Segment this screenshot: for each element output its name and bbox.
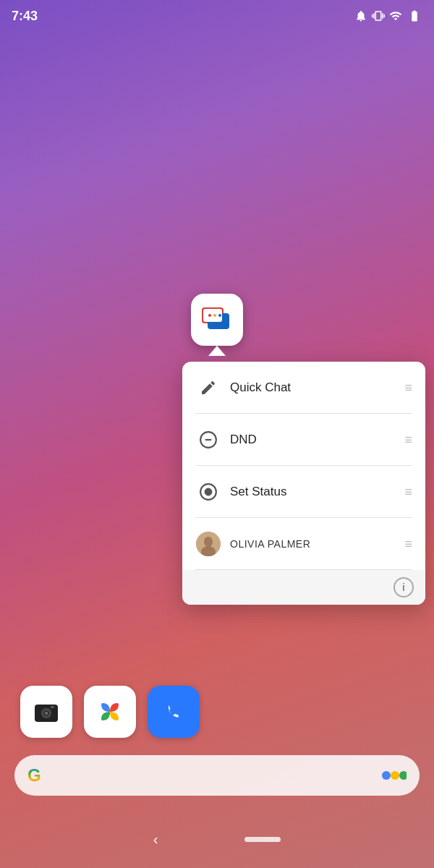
drag-handle-set-status: ≡: [404, 485, 412, 498]
alarm-icon: [354, 9, 367, 22]
dnd-icon: [195, 427, 221, 453]
set-status-label: Set Status: [230, 485, 404, 499]
quick-chat-app-icon[interactable]: [191, 294, 243, 346]
popup-arrow: [208, 346, 226, 356]
camera-icon: [32, 697, 61, 726]
home-indicator[interactable]: [244, 837, 281, 842]
google-assistant-dots: [380, 768, 407, 783]
menu-item-dnd[interactable]: DND ≡: [182, 414, 425, 466]
battery-icon: [407, 9, 422, 22]
wifi-icon: [389, 9, 402, 22]
olivia-palmer-label: OLIVIA PALMER: [230, 538, 404, 550]
status-icon: [195, 479, 221, 505]
menu-item-set-status[interactable]: Set Status ≡: [182, 466, 425, 518]
chat-bubble-icon: [200, 303, 234, 336]
svg-rect-19: [51, 706, 54, 708]
vibrate-icon: [372, 9, 385, 22]
menu-item-quick-chat[interactable]: Quick Chat ≡: [182, 362, 425, 414]
quick-chat-label: Quick Chat: [230, 380, 404, 395]
pinwheel-icon: [94, 696, 126, 728]
back-button[interactable]: ‹: [153, 831, 158, 848]
dock: [0, 686, 434, 738]
camera-app-icon[interactable]: [20, 686, 72, 738]
phone-app-icon[interactable]: [148, 686, 200, 738]
drag-handle-olivia: ≡: [404, 537, 412, 550]
status-time: 7:43: [12, 9, 38, 24]
app-icon-container: [191, 294, 243, 356]
status-icons: [354, 9, 422, 22]
menu-item-olivia-palmer[interactable]: OLIVIA PALMER ≡: [182, 518, 425, 570]
svg-point-3: [208, 314, 211, 317]
google-logo: G: [27, 765, 41, 786]
svg-point-9: [205, 489, 212, 495]
svg-point-5: [218, 314, 221, 317]
compose-icon: [195, 375, 221, 401]
svg-point-22: [391, 771, 399, 780]
olivia-avatar: [195, 531, 221, 557]
svg-point-21: [382, 771, 391, 780]
google-search-bar[interactable]: G: [14, 755, 420, 796]
menu-footer: i: [182, 570, 425, 605]
status-bar: 7:43: [0, 0, 434, 32]
svg-point-11: [204, 537, 213, 547]
svg-point-4: [213, 314, 216, 317]
context-menu: Quick Chat ≡ DND ≡ Set Status ≡: [182, 362, 425, 605]
svg-point-18: [45, 712, 48, 715]
info-icon[interactable]: i: [393, 577, 414, 597]
dnd-label: DND: [230, 433, 404, 447]
google-photos-app-icon[interactable]: [84, 686, 136, 738]
nav-bar: ‹: [0, 810, 434, 868]
phone-icon: [158, 696, 190, 728]
svg-point-23: [399, 771, 407, 780]
drag-handle-dnd: ≡: [404, 433, 412, 446]
drag-handle-quick-chat: ≡: [404, 381, 412, 394]
